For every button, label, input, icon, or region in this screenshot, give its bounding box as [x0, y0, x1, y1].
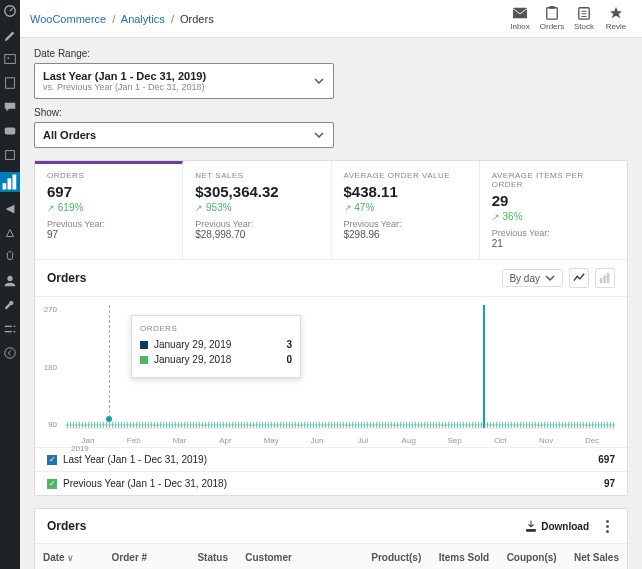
stat-prev-label: Previous Year:	[195, 219, 318, 229]
x-axis-year: 2019	[71, 444, 89, 453]
col-products[interactable]: Product(s)	[300, 544, 429, 569]
table-menu-button[interactable]	[599, 520, 615, 533]
topbar-inbox[interactable]: Inbox	[504, 6, 536, 31]
svg-rect-1	[5, 55, 16, 64]
stat-prev-value: $28,998.70	[195, 229, 318, 240]
stat-prev-value: $298.96	[344, 229, 467, 240]
download-icon	[525, 520, 537, 532]
chevron-down-icon	[313, 129, 325, 141]
rail-item-users[interactable]	[3, 274, 17, 288]
chevron-down-icon	[313, 75, 325, 87]
stat-tile[interactable]: AVERAGE ITEMS PER ORDER29↗ 36%Previous Y…	[480, 161, 627, 259]
rail-item-tools[interactable]	[3, 298, 17, 312]
chart-line-button[interactable]	[569, 268, 589, 288]
rail-item-products[interactable]	[3, 148, 17, 162]
col-date[interactable]: Date ∨	[35, 544, 102, 569]
col-net[interactable]: Net Sales	[565, 544, 627, 569]
breadcrumb-root[interactable]: WooCommerce	[30, 13, 106, 25]
stat-label: AVERAGE ORDER VALUE	[344, 171, 467, 180]
rail-item-comments[interactable]	[3, 100, 17, 114]
breadcrumb-section[interactable]: Analytics	[121, 13, 165, 25]
svg-rect-12	[547, 8, 558, 19]
rail-item-posts[interactable]	[3, 28, 17, 42]
admin-sidebar	[0, 0, 20, 569]
stat-prev-label: Previous Year:	[492, 228, 615, 238]
rail-item-media[interactable]	[3, 52, 17, 66]
stat-delta: ↗ 36%	[492, 211, 615, 222]
svg-rect-6	[3, 183, 7, 189]
star-icon	[609, 6, 623, 20]
rail-item-analytics[interactable]	[0, 172, 20, 192]
tooltip-row: January 29, 20180	[140, 354, 292, 365]
chart-legend: ✓Last Year (Jan 1 - Dec 31, 2019)697✓Pre…	[35, 447, 627, 495]
date-range-select[interactable]: Last Year (Jan 1 - Dec 31, 2019) vs. Pre…	[34, 63, 334, 99]
breadcrumb: WooCommerce / Analytics / Orders	[30, 13, 214, 25]
chart-bar-button[interactable]	[595, 268, 615, 288]
rail-item-collapse[interactable]	[3, 346, 17, 360]
stat-value: 697	[47, 183, 170, 200]
svg-rect-13	[549, 6, 554, 9]
chart-interval-select[interactable]: By day	[502, 269, 563, 287]
chart-tooltip: ORDERS January 29, 20193January 29, 2018…	[131, 315, 301, 378]
svg-rect-16	[603, 275, 606, 283]
stat-label: NET SALES	[195, 171, 318, 180]
stat-tile[interactable]: AVERAGE ORDER VALUE$438.11↗ 47%Previous …	[332, 161, 480, 259]
download-button[interactable]: Download	[525, 520, 589, 532]
rail-item-pages[interactable]	[3, 76, 17, 90]
svg-rect-5	[6, 151, 15, 160]
stat-prev-value: 21	[492, 238, 615, 249]
svg-rect-17	[607, 273, 610, 283]
col-status[interactable]: Status	[155, 544, 236, 569]
stat-value: $438.11	[344, 183, 467, 200]
sort-desc-icon: ∨	[67, 553, 74, 563]
show-label: Show:	[34, 107, 628, 118]
topbar-stock[interactable]: Stock	[568, 6, 600, 31]
svg-rect-15	[600, 278, 603, 283]
svg-rect-8	[13, 175, 17, 190]
stat-label: ORDERS	[47, 171, 170, 180]
chevron-down-icon	[544, 272, 556, 284]
svg-point-10	[5, 348, 16, 359]
topbar-reviews[interactable]: Revie	[600, 6, 632, 31]
legend-item[interactable]: ✓Last Year (Jan 1 - Dec 31, 2019)697	[35, 447, 627, 471]
stat-delta: ↗ 619%	[47, 202, 170, 213]
stat-prev-value: 97	[47, 229, 170, 240]
col-coupons[interactable]: Coupon(s)	[497, 544, 564, 569]
col-customer[interactable]: Customer	[236, 544, 300, 569]
legend-item[interactable]: ✓Previous Year (Jan 1 - Dec 31, 2018)97	[35, 471, 627, 495]
svg-rect-3	[6, 78, 15, 89]
x-axis-ticks: JanFebMarAprMayJunJulAugSepOctNovDec	[65, 436, 615, 445]
svg-rect-4	[5, 128, 16, 135]
stats-card: ORDERS697↗ 619%Previous Year:97NET SALES…	[34, 160, 628, 496]
rail-item-settings[interactable]	[3, 322, 17, 336]
chart-area[interactable]: 27018090 JanFebMarAprMayJunJulAugSepOctN…	[35, 297, 627, 447]
stat-label: AVERAGE ITEMS PER ORDER	[492, 171, 615, 189]
stat-prev-label: Previous Year:	[47, 219, 170, 229]
rail-item-dashboard[interactable]	[3, 4, 17, 18]
date-range-label: Date Range:	[34, 48, 628, 59]
svg-rect-7	[8, 178, 12, 189]
col-items[interactable]: Items Sold	[429, 544, 497, 569]
rail-item-woo[interactable]	[3, 124, 17, 138]
stat-delta: ↗ 47%	[344, 202, 467, 213]
stat-tile[interactable]: ORDERS697↗ 619%Previous Year:97	[35, 161, 183, 259]
stat-prev-label: Previous Year:	[344, 219, 467, 229]
show-select[interactable]: All Orders	[34, 122, 334, 148]
tooltip-row: January 29, 20193	[140, 339, 292, 350]
chart-header: Orders By day	[35, 260, 627, 297]
svg-point-9	[7, 276, 12, 281]
breadcrumb-page: Orders	[180, 13, 214, 25]
topbar-orders[interactable]: Orders	[536, 6, 568, 31]
col-order[interactable]: Order #	[102, 544, 155, 569]
orders-table: Date ∨ Order # Status Customer Product(s…	[35, 544, 627, 569]
rail-item-marketing[interactable]	[3, 202, 17, 216]
topbar: WooCommerce / Analytics / Orders Inbox O…	[20, 0, 642, 38]
bar-chart-icon	[599, 272, 611, 284]
rail-item-appearance[interactable]	[3, 226, 17, 240]
chart-title: Orders	[47, 271, 502, 285]
rail-item-plugins[interactable]	[3, 250, 17, 264]
stat-tile[interactable]: NET SALES$305,364.32↗ 953%Previous Year:…	[183, 161, 331, 259]
y-axis-ticks: 27018090	[35, 305, 61, 429]
table-title: Orders	[47, 519, 525, 533]
stock-icon	[577, 6, 591, 20]
